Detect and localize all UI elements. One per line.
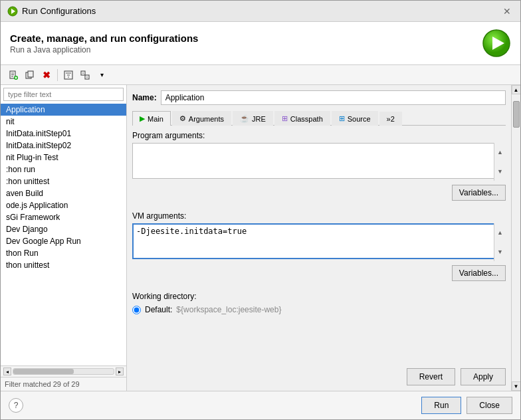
toolbar: ✖ ▾ (1, 65, 520, 85)
main-area: Application nit InitData.initStep01 Init… (1, 85, 520, 391)
list-item[interactable]: InitData.initStep01 (1, 128, 126, 140)
vm-args-scrollbar: ▲ ▼ (494, 223, 506, 261)
tabs-bar: ▶ Main ⚙ Arguments ☕ JRE ⊞ Classpath (132, 110, 506, 126)
tab-arguments[interactable]: ⚙ Arguments (172, 111, 231, 126)
tab-source-icon: ⊞ (339, 114, 345, 123)
list-item[interactable]: Dev Django (1, 223, 126, 235)
tab-jre[interactable]: ☕ JRE (233, 111, 273, 126)
apply-button[interactable]: Apply (461, 368, 506, 385)
run-configurations-window: Run Configurations ✕ Create, manage, and… (0, 0, 521, 420)
tab-more[interactable]: »2 (379, 112, 402, 126)
tab-source-label: Source (348, 115, 371, 123)
run-icon[interactable] (482, 29, 511, 58)
filter-input[interactable] (3, 88, 124, 101)
list-item[interactable]: InitData.initStep02 (1, 140, 126, 152)
right-panel: Name: ▶ Main ⚙ Arguments ☕ JRE (127, 85, 511, 391)
tab-more-label: »2 (387, 115, 395, 123)
filter-button[interactable] (61, 68, 76, 82)
default-radio[interactable] (132, 306, 141, 314)
tab-source[interactable]: ⊞ Source (332, 111, 378, 126)
program-args-textarea[interactable] (132, 143, 506, 179)
default-radio-label: Default: (145, 305, 172, 314)
tab-jre-icon: ☕ (240, 114, 249, 123)
tab-classpath-icon: ⊞ (282, 114, 288, 123)
filter-status: Filter matched 29 of 29 (1, 377, 126, 391)
svg-rect-12 (28, 71, 33, 77)
list-item[interactable]: sGi Framework (1, 211, 126, 223)
tab-classpath-label: Classpath (290, 115, 323, 123)
program-args-variables-button[interactable]: Variables... (452, 185, 506, 201)
config-list: Application nit InitData.initStep01 Init… (1, 104, 126, 366)
h-scrollbar[interactable] (13, 368, 114, 375)
tab-arguments-label: Arguments (189, 115, 224, 123)
window-title: Run Configurations (22, 6, 96, 16)
name-input[interactable] (161, 90, 506, 105)
default-dir-value: ${workspace_loc:jeesite-web} (176, 305, 281, 314)
close-button[interactable]: Close (467, 397, 512, 414)
scrollbar-track[interactable] (512, 94, 520, 381)
header-title: Create, manage, and run configurations (10, 33, 198, 44)
scrollbar-thumb[interactable] (513, 101, 520, 128)
right-panel-wrapper: Name: ▶ Main ⚙ Arguments ☕ JRE (127, 85, 520, 391)
view-menu-button[interactable]: ▾ (94, 68, 109, 82)
list-item[interactable]: :hon run (1, 163, 126, 175)
program-args-scroll-up[interactable]: ▲ (494, 143, 506, 162)
tab-main[interactable]: ▶ Main (132, 111, 171, 126)
tab-main-icon: ▶ (140, 114, 145, 123)
list-item[interactable]: Dev Google App Run (1, 235, 126, 247)
window-icon (7, 6, 18, 17)
h-scroll-left[interactable]: ◂ (3, 368, 11, 375)
tab-main-label: Main (148, 115, 163, 123)
new-config-button[interactable] (6, 68, 21, 82)
tab-jre-label: JRE (252, 115, 266, 123)
title-bar: Run Configurations ✕ (1, 1, 520, 22)
revert-button[interactable]: Revert (407, 368, 455, 385)
tab-arguments-icon: ⚙ (179, 114, 186, 123)
vm-args-label: VM arguments: (132, 211, 506, 221)
working-dir-label: Working directory: (132, 292, 506, 301)
scroll-down-arrow[interactable]: ▼ (512, 381, 521, 391)
program-args-scroll-down[interactable]: ▼ (494, 162, 506, 181)
vm-args-scroll-up[interactable]: ▲ (494, 223, 506, 243)
tab-classpath[interactable]: ⊞ Classpath (274, 111, 330, 126)
program-args-scrollbar: ▲ ▼ (494, 143, 506, 181)
h-scroll-right[interactable]: ▸ (116, 368, 124, 375)
list-item[interactable]: ode.js Application (1, 199, 126, 211)
program-args-label: Program arguments: (132, 131, 506, 140)
list-item[interactable]: :hon unittest (1, 175, 126, 187)
list-item[interactable]: nit Plug-in Test (1, 152, 126, 163)
list-item[interactable]: thon Run (1, 247, 126, 259)
program-args-container: ▲ ▼ (132, 143, 506, 181)
scroll-up-arrow[interactable]: ▲ (512, 85, 521, 94)
bottom-bar: ? Run Close (1, 391, 520, 419)
content-area: Program arguments: ▲ ▼ Variables... VM a… (132, 131, 506, 385)
vm-args-variables-button[interactable]: Variables... (452, 265, 506, 281)
header-subtitle: Run a Java application (10, 45, 198, 54)
header-area: Create, manage, and run configurations R… (1, 22, 520, 65)
duplicate-button[interactable] (23, 68, 37, 82)
right-scrollbar[interactable]: ▲ ▼ (511, 85, 520, 391)
left-panel: Application nit InitData.initStep01 Init… (1, 85, 127, 391)
vm-args-textarea[interactable]: -Djeesite.initdata=true (132, 223, 506, 259)
window-close-button[interactable]: ✕ (500, 5, 514, 18)
name-label: Name: (132, 93, 157, 102)
list-item[interactable]: Application (1, 104, 126, 116)
name-row: Name: (132, 90, 506, 105)
list-item[interactable]: thon unittest (1, 259, 126, 271)
toolbar-sep-1 (57, 69, 58, 81)
delete-button[interactable]: ✖ (39, 68, 54, 82)
vm-args-container: -Djeesite.initdata=true ▲ ▼ (132, 223, 506, 261)
list-item[interactable]: aven Build (1, 187, 126, 199)
help-button[interactable]: ? (9, 398, 23, 413)
list-item[interactable]: nit (1, 116, 126, 128)
run-button[interactable]: Run (421, 397, 461, 414)
vm-args-scroll-down[interactable]: ▼ (494, 243, 506, 262)
collapse-button[interactable] (78, 68, 92, 82)
default-radio-row: Default: ${workspace_loc:jeesite-web} (132, 305, 506, 314)
